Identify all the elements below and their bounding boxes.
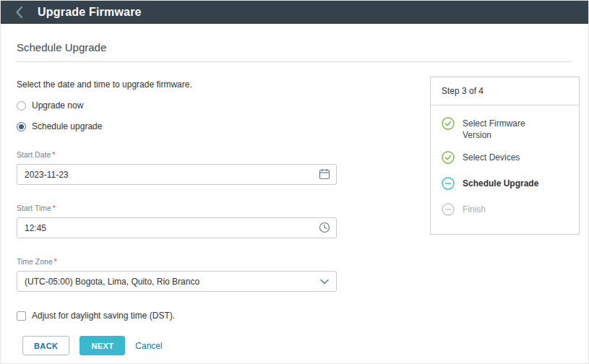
step-label: Schedule Upgrade xyxy=(463,178,538,189)
time-zone-value: (UTC-05:00) Bogota, Lima, Quito, Rio Bra… xyxy=(25,277,199,287)
back-chevron-icon[interactable] xyxy=(11,6,27,19)
step-select-firmware-version: Select Firmware Version xyxy=(442,118,568,141)
back-button[interactable]: BACK xyxy=(22,336,69,355)
clock-icon[interactable] xyxy=(319,222,330,236)
top-header-bar: Upgrade Firmware xyxy=(1,1,588,24)
step-schedule-upgrade: Schedule Upgrade xyxy=(442,178,568,193)
next-button[interactable]: NEXT xyxy=(79,336,125,355)
start-time-field-wrap xyxy=(17,217,337,238)
wizard-step-panel: Step 3 of 4 Select Firmware Version Sele… xyxy=(430,77,580,235)
check-circle-icon xyxy=(442,151,455,167)
dst-checkbox-label: Adjust for daylight saving time (DST). xyxy=(32,311,175,321)
step-label: Select Firmware Version xyxy=(463,118,548,141)
radio-upgrade-now[interactable]: Upgrade now xyxy=(17,100,337,110)
section-title: Schedule Upgrade xyxy=(17,41,572,62)
pending-step-circle-icon xyxy=(442,203,455,219)
current-step-circle-icon xyxy=(442,177,455,193)
step-label: Select Devices xyxy=(463,152,520,163)
footer-actions: BACK NEXT Cancel xyxy=(22,336,163,355)
start-time-input[interactable] xyxy=(17,217,337,238)
radio-selected-icon[interactable] xyxy=(17,122,26,131)
time-zone-label: Time Zone* xyxy=(17,257,337,266)
step-label: Finish xyxy=(463,204,486,215)
start-date-field-wrap xyxy=(17,164,337,185)
step-finish: Finish xyxy=(442,204,568,219)
start-date-input[interactable] xyxy=(17,164,337,185)
calendar-icon[interactable] xyxy=(319,168,330,183)
chevron-down-icon xyxy=(320,277,329,287)
start-time-label: Start Time* xyxy=(17,204,337,212)
schedule-form: Select the date and time to upgrade firm… xyxy=(17,79,337,321)
dst-checkbox-row[interactable]: Adjust for daylight saving time (DST). xyxy=(17,311,337,321)
cancel-link[interactable]: Cancel xyxy=(135,341,162,351)
upgrade-firmware-page: { "header": { "title": "Upgrade Firmware… xyxy=(0,0,589,364)
radio-schedule-upgrade-label: Schedule upgrade xyxy=(32,121,102,131)
check-circle-icon xyxy=(442,117,455,133)
step-select-devices: Select Devices xyxy=(442,152,568,167)
required-asterisk: * xyxy=(54,257,57,266)
required-asterisk: * xyxy=(52,150,55,159)
radio-upgrade-now-label: Upgrade now xyxy=(32,100,83,110)
page-title: Upgrade Firmware xyxy=(38,6,142,19)
radio-unselected-icon[interactable] xyxy=(17,101,26,110)
checkbox-unchecked-icon[interactable] xyxy=(17,311,26,321)
required-asterisk: * xyxy=(53,204,56,212)
radio-schedule-upgrade[interactable]: Schedule upgrade xyxy=(17,121,337,131)
wizard-step-list: Select Firmware Version Select Devices S… xyxy=(431,105,579,234)
start-date-label: Start Date* xyxy=(17,150,337,159)
form-instruction: Select the date and time to upgrade firm… xyxy=(17,79,337,90)
wizard-step-counter: Step 3 of 4 xyxy=(431,77,579,105)
time-zone-select[interactable]: (UTC-05:00) Bogota, Lima, Quito, Rio Bra… xyxy=(17,271,337,292)
